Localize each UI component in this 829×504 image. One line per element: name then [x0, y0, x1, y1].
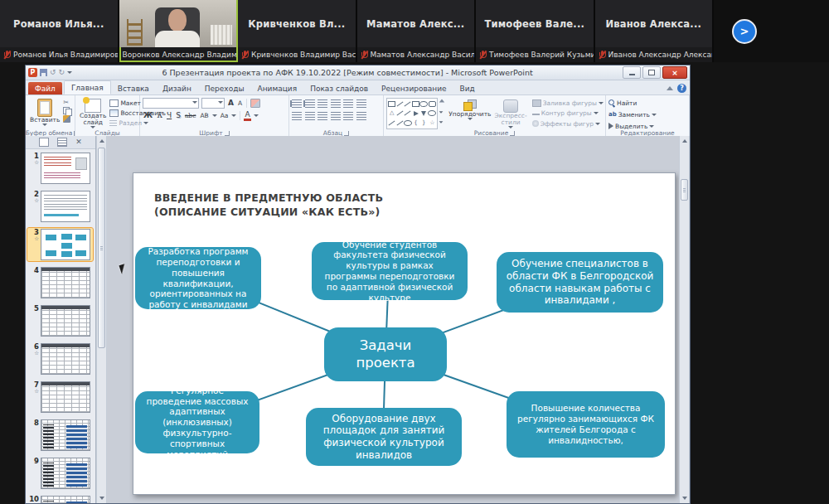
line-shape-icon[interactable] [395, 99, 403, 109]
participant-tile-timofeev[interactable]: Тимофеев Вале... Тимофеев Валерий Кузьми… [476, 0, 595, 62]
character-spacing-button[interactable]: АВ [199, 113, 209, 119]
collapse-ribbon-icon[interactable] [667, 86, 673, 90]
star-shape-icon[interactable]: ☆ [428, 119, 436, 128]
scrollbar-thumb[interactable] [98, 148, 105, 348]
task-box-students[interactable]: Обучение студентов факультета физической… [312, 242, 468, 300]
quick-styles-button[interactable]: Экспресс-стили [493, 97, 529, 128]
right-arrow-shape-icon[interactable] [412, 109, 419, 118]
shrink-font-button[interactable]: А [237, 100, 243, 107]
cut-icon[interactable]: ✂ [63, 99, 70, 106]
help-icon[interactable]: ? [677, 84, 686, 93]
dialog-launcher-icon[interactable] [344, 131, 349, 136]
align-right-icon[interactable] [318, 112, 327, 120]
participant-tile-voronkov[interactable]: Воронков Александр Владимир... [119, 0, 239, 62]
left-brace-shape-icon[interactable]: { [412, 119, 419, 128]
task-box-residents[interactable]: Повышение количества регулярно занимающи… [507, 391, 665, 458]
close-pane-icon[interactable]: ✕ [75, 138, 82, 146]
rectangle-shape-icon[interactable] [412, 99, 419, 109]
ellipse-shape-icon[interactable] [419, 99, 428, 109]
dialog-launcher-icon[interactable] [225, 131, 230, 136]
slide-thumbnail-1[interactable]: 1☆ [27, 152, 93, 185]
arc-shape-icon[interactable] [404, 119, 412, 128]
font-size-combobox[interactable] [201, 98, 225, 109]
increase-indent-icon[interactable] [331, 99, 341, 108]
minimize-button[interactable] [623, 66, 641, 79]
tab-design[interactable]: Дизайн [156, 82, 198, 94]
slide-scrollbar[interactable] [679, 136, 690, 503]
copy-icon[interactable] [63, 107, 70, 114]
scroll-up-icon[interactable] [682, 139, 687, 143]
slide-thumbnail-6[interactable]: 6☆ [27, 342, 93, 376]
strikethrough-button[interactable]: abc [184, 113, 196, 119]
slide-thumbnail-7[interactable]: 7☆ [27, 380, 93, 414]
down-arrow-shape-icon[interactable] [419, 109, 428, 118]
shapes-gallery[interactable]: △ { } ☆ [386, 98, 438, 129]
task-box-playgrounds[interactable]: Оборудование двух площадок для занятий ф… [306, 408, 462, 466]
restore-button[interactable] [642, 66, 661, 79]
smartart-convert-icon[interactable] [356, 112, 366, 120]
slide-thumbnail-4[interactable]: 4 [27, 266, 93, 299]
gallery-down-icon[interactable] [439, 111, 444, 113]
right-brace-shape-icon[interactable]: } [419, 119, 428, 128]
scrollbar-thumb[interactable] [681, 179, 688, 201]
participant-tile-romanov[interactable]: Романов Илья... Романов Илья Владимирови… [0, 0, 119, 62]
clear-formatting-icon[interactable] [250, 99, 260, 108]
tab-review[interactable]: Рецензирование [375, 82, 453, 94]
participant-tile-krivchenkov[interactable]: Кривченков Вл... Кривченков Владимир Вас… [238, 0, 357, 62]
slides-tab-icon[interactable] [39, 138, 49, 147]
font-name-combobox[interactable] [143, 98, 199, 109]
tab-animations[interactable]: Анимация [251, 82, 304, 94]
undo-icon[interactable]: ↺ [50, 69, 56, 76]
task-box-events[interactable]: Регулярное проведение массовых адаптивны… [135, 391, 259, 453]
gallery-up-icon[interactable] [439, 99, 444, 103]
text-shadow-button[interactable]: S [175, 112, 182, 119]
numbering-icon[interactable] [305, 99, 315, 108]
task-box-specialists[interactable]: Обучение специалистов в области ФК в Бел… [497, 252, 663, 313]
participant-tile-ivanov[interactable]: Иванов Алекса... Иванов Александр Алекса… [595, 0, 715, 62]
scroll-up-icon[interactable] [99, 139, 104, 143]
shape-outline-button[interactable]: Контур фигуры [532, 109, 604, 118]
tab-home[interactable]: Главная [64, 80, 111, 94]
elbow2-shape-icon[interactable] [404, 109, 412, 118]
shape-effects-button[interactable]: Эффекты фигур [532, 119, 604, 128]
slide-thumbnail-10[interactable]: 10 [27, 495, 93, 503]
tab-insert[interactable]: Вставка [111, 82, 156, 94]
tab-transitions[interactable]: Переходы [198, 82, 251, 94]
rounded-rect-shape-icon[interactable] [428, 99, 436, 109]
triangle-shape-icon[interactable]: △ [388, 109, 395, 118]
justify-icon[interactable] [331, 112, 341, 120]
font-color-button[interactable]: А [244, 111, 250, 121]
slide-thumbnail-2[interactable]: 2☆ [27, 190, 93, 223]
find-button[interactable]: Найти [608, 98, 687, 108]
participant-tile-mamatov[interactable]: Маматов Алекс... Маматов Александр Васил… [357, 0, 477, 62]
tab-view[interactable]: Вид [453, 82, 482, 94]
arrow-shape-icon[interactable] [404, 99, 412, 109]
change-case-button[interactable]: Аа [220, 113, 230, 119]
paste-button[interactable]: Вставить [28, 97, 61, 128]
close-button[interactable]: × [662, 66, 687, 79]
align-left-icon[interactable] [292, 112, 302, 120]
dialog-launcher-icon[interactable] [510, 131, 515, 136]
outline-tab-icon[interactable] [57, 138, 67, 147]
shape-fill-button[interactable]: Заливка фигуры [532, 99, 604, 108]
scroll-down-icon[interactable] [99, 497, 104, 500]
text-direction-icon[interactable] [356, 99, 366, 108]
slide-thumbnail-9[interactable]: 9 [27, 457, 93, 490]
redo-icon[interactable]: ↻ [59, 69, 65, 76]
slide-thumbnail-8[interactable]: 8 [27, 419, 93, 452]
select-shape-icon[interactable] [388, 99, 395, 109]
slide-canvas[interactable]: ВВЕДЕНИЕ В ПРЕДМЕТНУЮ ОБЛАСТЬ (ОПИСАНИЕ … [133, 172, 676, 495]
slide-thumbnail-3-selected[interactable]: 3☆ [27, 228, 93, 261]
freeform-shape-icon[interactable] [388, 119, 395, 128]
elbow-shape-icon[interactable] [395, 109, 403, 118]
arrange-button[interactable]: Упорядочить [447, 97, 492, 128]
replace-button[interactable]: abЗаменить [608, 109, 687, 119]
thumbnail-scrollbar[interactable] [96, 136, 107, 503]
columns-icon[interactable] [343, 112, 353, 120]
bold-button[interactable]: Ж [143, 112, 153, 119]
curve-shape-icon[interactable] [395, 119, 403, 128]
underline-button[interactable]: Ч [166, 112, 172, 119]
save-icon[interactable] [40, 69, 47, 76]
scroll-down-icon[interactable] [682, 497, 687, 500]
grow-font-button[interactable]: А [227, 99, 235, 107]
